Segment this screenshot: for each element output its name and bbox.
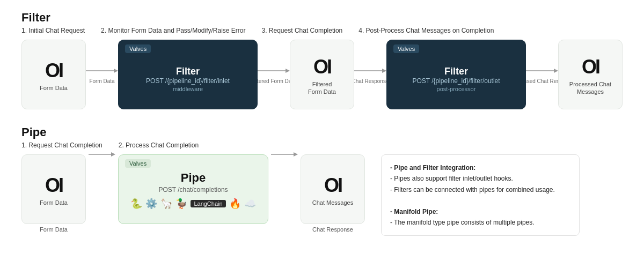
python-icon: 🐍 — [130, 198, 142, 210]
pipe-step-1: 1. Request Chat Completion — [21, 142, 103, 149]
pipe-info-box: - Pipe and Filter Integration: - Pipes a… — [381, 154, 580, 236]
processed-label-1: Processed Chat — [569, 81, 611, 87]
info-line-2: - Filters can be connected with pipes fo… — [390, 184, 570, 195]
processed-chat-node: OI Processed Chat Messages — [558, 40, 623, 109]
filter-outlet-endpoint: POST /{pipeline_id}/filter/outlet — [412, 77, 500, 85]
filter-inlet-node: Valves Filter POST /{pipeline_id}/filter… — [118, 40, 258, 109]
pipe-chat-messages-node: OI Chat Messages — [301, 154, 365, 224]
filter-title: Filter — [21, 11, 623, 25]
cloud-icon: ☁️ — [244, 198, 256, 210]
pipe-icons: 🐍 ⚙️ 🦙 🦆 LangChain 🔥 ☁️ — [130, 198, 255, 210]
duck-icon: 🦆 — [175, 198, 187, 210]
filter-inlet-endpoint: POST /{pipeline_id}/filter/inlet — [146, 77, 230, 85]
pipe-arrow-1 — [86, 149, 118, 160]
svg-marker-7 — [554, 69, 558, 73]
oi-logo-pipe-form: OI — [45, 176, 62, 195]
valves-badge-outlet: Valves — [393, 44, 419, 53]
form-data-label: Form Data — [40, 85, 68, 91]
filter-diagram: OI Form Data Form Data Valves Filter POS… — [21, 40, 623, 109]
filter-inlet-title: Filter — [176, 66, 200, 77]
filter-section: Filter 1. Initial Chat Request 2. Monito… — [21, 11, 623, 109]
langchain-label: LangChain — [191, 200, 225, 207]
filtered-label-1: Filtered — [312, 81, 332, 87]
processed-label-2: Messages — [577, 88, 604, 95]
filtered-form-data-node: OI Filtered Form Data — [290, 40, 354, 109]
pipe-chat-messages-label: Chat Messages — [312, 199, 353, 206]
svg-marker-11 — [294, 152, 298, 157]
pipe-form-data-node: OI Form Data — [21, 154, 86, 224]
pipe-section: Pipe 1. Request Chat Completion 2. Proce… — [21, 125, 623, 236]
openai-icon: ⚙️ — [145, 198, 157, 210]
pipe-node: Valves Pipe POST /chat/completions 🐍 ⚙️ … — [118, 154, 268, 224]
oi-logo-processed: OI — [582, 57, 599, 77]
svg-marker-1 — [114, 69, 118, 73]
pipe-valves-badge: Valves — [125, 159, 151, 168]
pipe-diagram: OI Form Data Form Data Valves Pipe POST … — [21, 154, 365, 233]
oi-logo-form: OI — [45, 61, 62, 80]
svg-marker-9 — [111, 152, 115, 157]
info-heading-2: - Manifold Pipe: — [390, 206, 570, 217]
pipe-step-2: 2. Process Chat Completion — [119, 142, 199, 149]
valves-badge-inlet: Valves — [125, 44, 151, 53]
oi-logo-filtered: OI — [313, 57, 331, 77]
llama-icon: 🦙 — [160, 198, 172, 210]
pipe-form-data-label: Form Data — [40, 199, 68, 206]
filter-step-4: 4. Post-Process Chat Messages on Complet… — [358, 27, 494, 34]
arrow-label-1: Form Data — [89, 78, 114, 84]
form-data-node: OI Form Data — [21, 40, 86, 109]
info-line-3: - The manifold type pipe consists of mul… — [390, 217, 570, 228]
pipe-steps: 1. Request Chat Completion 2. Process Ch… — [21, 142, 623, 149]
pipe-title: Pipe — [21, 125, 623, 139]
svg-marker-5 — [382, 69, 386, 73]
pipe-chat-arrow-label: Chat Response — [312, 226, 353, 233]
filtered-label-2: Form Data — [308, 88, 336, 95]
arrow-label-3: Chat Response — [352, 78, 389, 84]
info-line-1: - Pipes also support filter inlet/outlet… — [390, 173, 570, 184]
filter-outlet-title: Filter — [444, 66, 468, 77]
filter-step-3: 3. Request Chat Completion — [262, 27, 343, 34]
svg-marker-3 — [286, 69, 290, 73]
pipe-node-endpoint: POST /chat/completions — [158, 186, 228, 193]
filter-step-2: 2. Monitor Form Data and Pass/Modify/Rai… — [101, 27, 245, 34]
oi-logo-pipe-chat: OI — [324, 176, 341, 195]
filter-step-1: 1. Initial Chat Request — [21, 27, 85, 34]
pipe-node-title: Pipe — [181, 171, 206, 185]
arrow-1: Form Data — [86, 65, 118, 84]
pipe-form-arrow-label: Form Data — [40, 226, 68, 233]
fire-icon: 🔥 — [229, 198, 241, 210]
arrow-3: Chat Response — [354, 65, 386, 84]
arrow-2: Filtered Form Data — [258, 65, 290, 84]
filter-outlet-sub: post-processor — [437, 86, 476, 92]
filter-outlet-node: Valves Filter POST /{pipeline_id}/filter… — [386, 40, 526, 109]
info-heading-1: - Pipe and Filter Integration: — [390, 162, 570, 173]
filter-inlet-sub: middleware — [173, 86, 203, 92]
pipe-arrow-2 — [268, 149, 301, 160]
arrow-4: Processed Chat Response — [526, 65, 558, 84]
filter-steps: 1. Initial Chat Request 2. Monitor Form … — [21, 27, 623, 34]
